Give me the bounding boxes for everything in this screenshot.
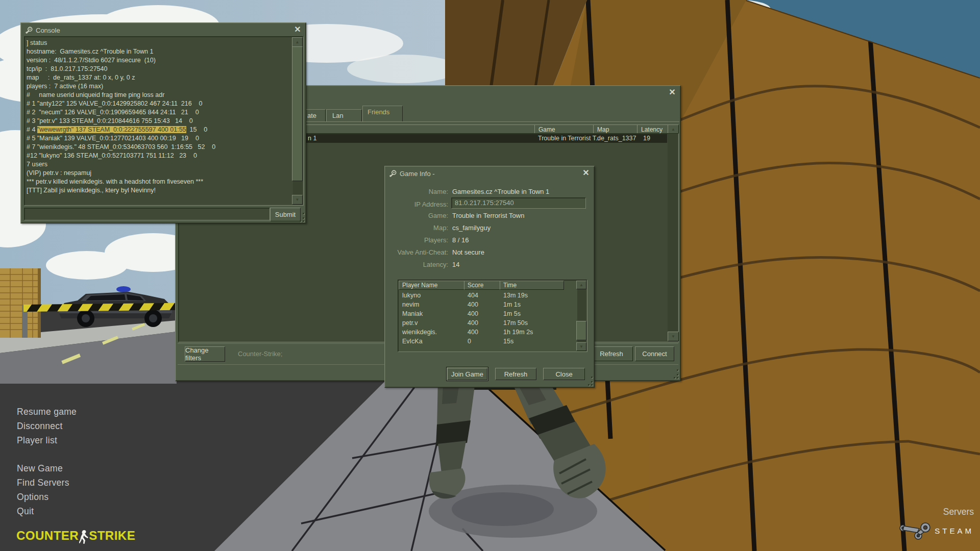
player-table-scroll-up[interactable]: ▲: [576, 281, 586, 289]
tab-spectate-label: ate: [307, 112, 316, 119]
steam-icon: [389, 170, 397, 178]
console-titlebar[interactable]: Console: [25, 26, 60, 35]
player-table: Player Name Score Time lukyno 404 13m 19…: [398, 280, 587, 352]
server-row-name: n 1: [308, 135, 316, 142]
field-name: Name: Gamesites.cz ^Trouble in Town 1: [389, 188, 590, 197]
menu-find-servers[interactable]: Find Servers: [17, 478, 69, 489]
cs-logo-counter: COUNTER: [16, 529, 79, 543]
player-table-scroll-thumb[interactable]: [576, 321, 586, 340]
steam-brand: STEAM: [899, 520, 974, 541]
submit-label: Submit: [275, 211, 296, 218]
close-icon[interactable]: ✕: [667, 88, 677, 97]
field-map: Map: cs_familyguy: [389, 224, 590, 233]
server-row-latency: 19: [643, 135, 650, 142]
resize-grip[interactable]: [672, 372, 678, 379]
server-list-scrollbar[interactable]: [668, 134, 678, 331]
console-text: ] status hostname: Gamesites.cz ^Trouble…: [27, 39, 215, 195]
server-list-scroll-down[interactable]: ▼: [668, 332, 679, 341]
close-button[interactable]: Close: [543, 368, 585, 380]
column-header-latency-label: Latency: [641, 126, 663, 133]
change-filters-button[interactable]: Change filters: [185, 346, 225, 362]
player-table-header-time[interactable]: Time: [500, 281, 564, 290]
refresh-label: Refresh: [600, 350, 623, 358]
join-game-label: Join Game: [451, 370, 483, 378]
server-row-map: de_rats_1337: [597, 135, 636, 142]
player-table-header-name[interactable]: Player Name: [399, 281, 465, 290]
server-row-game: Trouble in Terrorist T..: [538, 135, 599, 142]
tab-friends-label: Friends: [368, 108, 389, 116]
tab-friends[interactable]: Friends: [362, 106, 403, 122]
cs-logo-strike: STRIKE: [89, 529, 135, 543]
connect-label: Connect: [642, 350, 667, 358]
column-header-map-label: Map: [597, 126, 609, 133]
menu-disconnect[interactable]: Disconnect: [17, 421, 63, 432]
console-highlight-line: # 4 "wewewrgth" 137 STEAM_0:0:222755597 …: [27, 126, 215, 134]
refresh-button[interactable]: Refresh: [495, 368, 536, 380]
tab-lan-label: Lan: [332, 112, 344, 119]
console-title: Console: [36, 27, 60, 34]
resize-grip[interactable]: [298, 216, 304, 222]
menu-quit[interactable]: Quit: [17, 506, 34, 517]
ip-address-input[interactable]: 81.0.217.175:27540: [451, 197, 586, 209]
highlighted-text: "wewewrgth" 137 STEAM_0:0:222755597 400 …: [37, 126, 186, 133]
refresh-label: Refresh: [504, 370, 528, 378]
console-window: Console ✕ ] status hostname: Gamesites.c…: [20, 22, 306, 223]
game-info-dialog: Game Info - ✕ Name: Gamesites.cz ^Troubl…: [384, 166, 595, 388]
menu-options[interactable]: Options: [17, 492, 48, 503]
steam-label: STEAM: [935, 527, 974, 535]
player-table-header-score[interactable]: Score: [464, 281, 501, 290]
field-players: Players: 8 / 16: [389, 236, 590, 245]
filter-text: Counter-Strike;: [238, 350, 282, 358]
console-scroll-thumb[interactable]: [292, 46, 303, 181]
field-game: Game: Trouble in Terrorist Town: [389, 212, 590, 221]
console-scroll-up[interactable]: ▲: [292, 37, 303, 47]
change-filters-label: Change filters: [185, 346, 225, 362]
brick-wall: [0, 268, 41, 338]
console-output: ] status hostname: Gamesites.cz ^Trouble…: [24, 36, 304, 206]
join-game-button[interactable]: Join Game: [447, 368, 487, 380]
connect-button[interactable]: Connect: [635, 346, 674, 361]
counter-strike-logo: COUNTER STRIKE: [16, 529, 135, 543]
menu-resume-game[interactable]: Resume game: [17, 407, 77, 418]
console-input[interactable]: [24, 208, 270, 220]
submit-button[interactable]: Submit: [270, 208, 301, 221]
cs-soldier-icon: [79, 529, 89, 544]
ip-address-value: 81.0.217.175:27540: [455, 199, 514, 207]
player-shadow-core: [452, 492, 554, 526]
servers-label[interactable]: Servers: [943, 507, 974, 517]
game-info-titlebar[interactable]: Game Info -: [389, 169, 435, 178]
menu-player-list[interactable]: Player list: [17, 435, 57, 446]
steam-logo-icon: [899, 520, 930, 541]
game-info-title: Game Info -: [400, 170, 435, 178]
resize-grip[interactable]: [586, 380, 593, 386]
close-label: Close: [555, 370, 572, 378]
tab-lan[interactable]: Lan: [326, 109, 362, 122]
column-header-game-label: Game: [538, 126, 555, 133]
close-icon[interactable]: ✕: [581, 168, 591, 178]
refresh-button[interactable]: Refresh: [590, 346, 633, 361]
field-vac: Valve Anti-Cheat: Not secure: [389, 248, 590, 258]
console-scroll-down[interactable]: ▼: [292, 195, 303, 205]
steam-icon: [25, 27, 33, 34]
close-icon[interactable]: ✕: [292, 25, 303, 34]
menu-new-game[interactable]: New Game: [17, 463, 63, 474]
field-ip: IP Address: 81.0.217.175:27540: [389, 198, 590, 208]
field-latency: Latency: 14: [389, 261, 590, 270]
player-table-scroll-down[interactable]: ▼: [576, 342, 586, 351]
